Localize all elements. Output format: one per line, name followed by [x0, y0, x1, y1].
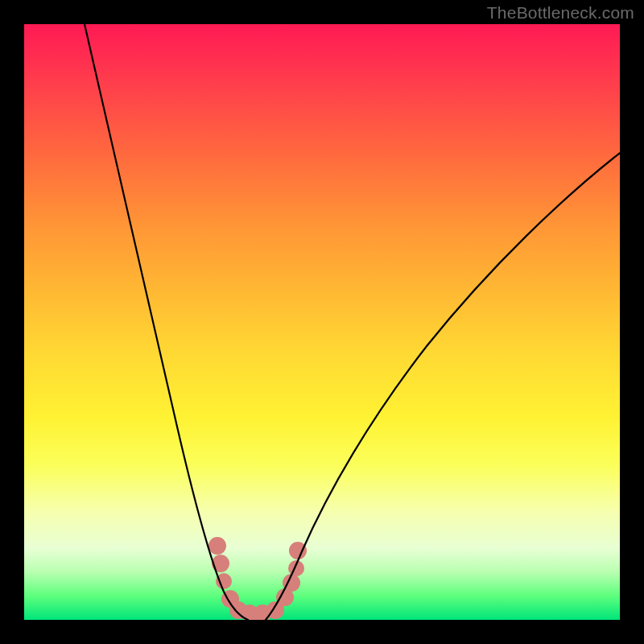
right-curve [266, 153, 620, 620]
watermark-label: TheBottleneck.com [487, 3, 634, 23]
plot-area [24, 24, 620, 620]
valley-marker-blobs [208, 537, 307, 620]
left-curve [85, 24, 248, 620]
blob-dot [208, 537, 226, 555]
chart-frame: TheBottleneck.com [0, 0, 644, 644]
curve-layer [24, 24, 620, 620]
blob-dot [212, 555, 229, 572]
